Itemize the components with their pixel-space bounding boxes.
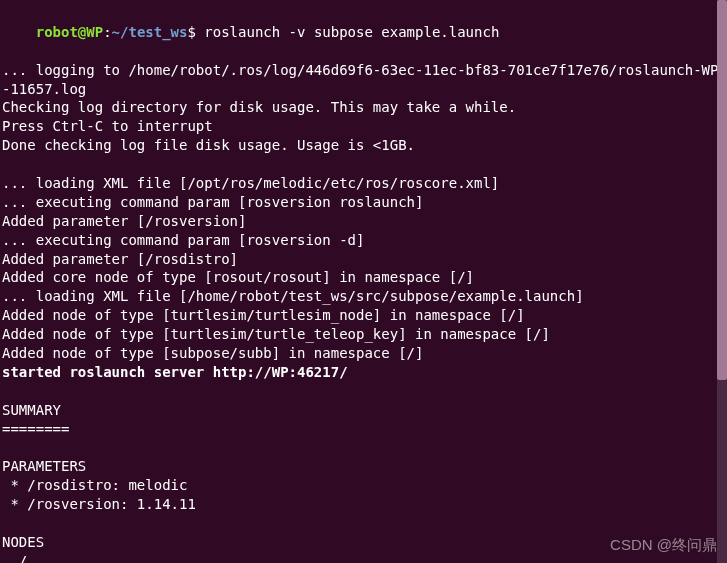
prompt-path: ~/test_ws [112,24,188,40]
scrollbar-thumb[interactable] [717,0,727,380]
summary-divider: ======== [2,420,725,439]
output-line: Added node of type [turtlesim/turtle_tel… [2,325,725,344]
output-line: Done checking log file disk usage. Usage… [2,136,725,155]
summary-header: SUMMARY [2,401,725,420]
prompt-colon: : [103,24,111,40]
command-text: roslaunch -v subpose example.launch [204,24,499,40]
output-line: Added parameter [/rosdistro] [2,250,725,269]
parameter-item: * /rosdistro: melodic [2,476,725,495]
output-line: Added core node of type [rosout/rosout] … [2,268,725,287]
prompt-line: robot@WP:~/test_ws$ roslaunch -v subpose… [2,4,725,61]
output-line-bold: started roslaunch server http://WP:46217… [2,363,725,382]
prompt-user: robot@WP [36,24,103,40]
output-line: Added node of type [subpose/subb] in nam… [2,344,725,363]
scrollbar-track[interactable] [717,0,727,563]
output-line: ... executing command param [rosversion … [2,231,725,250]
parameter-item: * /rosversion: 1.14.11 [2,495,725,514]
output-line [2,438,725,457]
watermark-text: CSDN @终问鼎 [610,535,717,555]
output-line: Press Ctrl-C to interrupt [2,117,725,136]
output-line: ... logging to /home/robot/.ros/log/446d… [2,61,725,99]
output-line: ... loading XML file [/home/robot/test_w… [2,287,725,306]
output-line: ... loading XML file [/opt/ros/melodic/e… [2,174,725,193]
output-line: Checking log directory for disk usage. T… [2,98,725,117]
output-line [2,155,725,174]
output-line: ... executing command param [rosversion … [2,193,725,212]
parameters-header: PARAMETERS [2,457,725,476]
output-line [2,382,725,401]
output-line: Added node of type [turtlesim/turtlesim_… [2,306,725,325]
terminal-output[interactable]: robot@WP:~/test_ws$ roslaunch -v subpose… [2,4,725,563]
output-line: Added parameter [/rosversion] [2,212,725,231]
prompt-dollar: $ [187,24,204,40]
output-line [2,514,725,533]
